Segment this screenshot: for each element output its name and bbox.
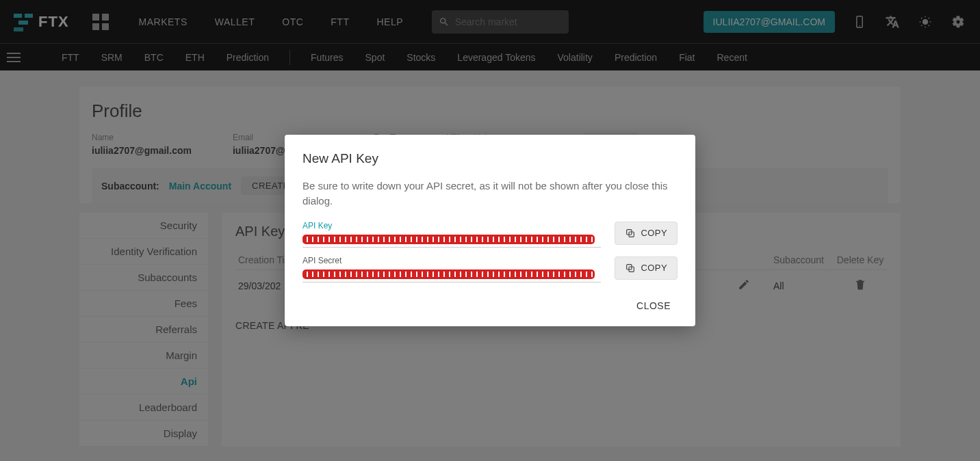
- api-key-label: API Key: [302, 221, 601, 230]
- dialog-description: Be sure to write down your API secret, a…: [302, 179, 678, 209]
- api-secret-label: API Secret: [302, 256, 601, 265]
- copy-api-secret-button[interactable]: COPY: [615, 256, 678, 280]
- close-button[interactable]: CLOSE: [630, 295, 678, 317]
- copy-api-secret-label: COPY: [641, 263, 667, 273]
- api-secret-value-redacted: [302, 269, 595, 279]
- new-api-key-dialog: New API Key Be sure to write down your A…: [285, 135, 695, 326]
- dialog-title: New API Key: [302, 151, 678, 166]
- copy-icon: [625, 263, 636, 274]
- dialog-actions: CLOSE: [302, 295, 678, 317]
- api-secret-field-row: API Secret COPY: [302, 256, 678, 282]
- copy-api-key-button[interactable]: COPY: [615, 222, 678, 245]
- copy-api-key-label: COPY: [641, 228, 667, 238]
- copy-icon: [625, 228, 636, 239]
- modal-overlay[interactable]: New API Key Be sure to write down your A…: [0, 0, 980, 461]
- api-key-field-row: API Key COPY: [302, 221, 678, 248]
- api-key-value-redacted: [302, 235, 595, 244]
